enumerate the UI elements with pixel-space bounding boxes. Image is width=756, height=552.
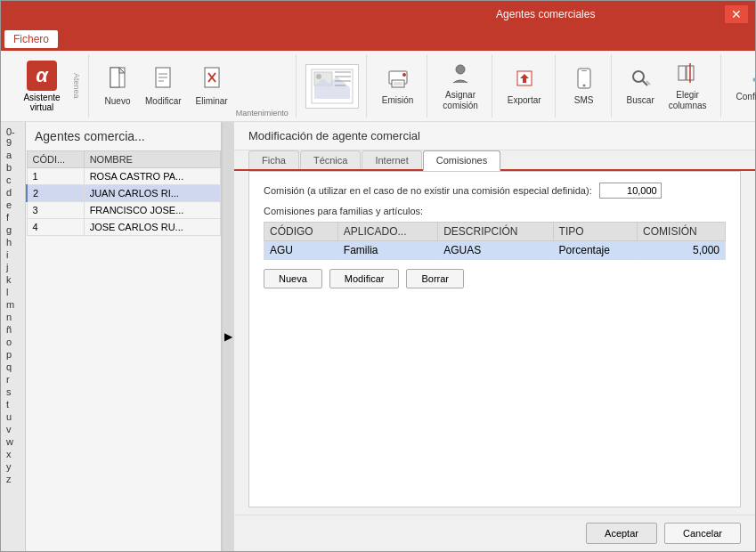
- sidebar-item-b[interactable]: b: [1, 161, 25, 174]
- sidebar-item-t[interactable]: t: [1, 398, 25, 410]
- tab-internet[interactable]: Internet: [362, 150, 421, 169]
- commission-row[interactable]: AGU Familia AGUAS Porcentaje 5,000: [264, 241, 726, 260]
- eliminar-label: Eliminar: [196, 96, 228, 107]
- sidebar-item-r[interactable]: r: [1, 373, 25, 386]
- window-title: Agentes comerciales: [367, 8, 726, 20]
- emision-label: Emisión: [382, 95, 414, 106]
- cancelar-button[interactable]: Cancelar: [664, 523, 741, 544]
- sidebar-item-w[interactable]: w: [1, 435, 25, 448]
- tab-comisiones[interactable]: Comisiones: [423, 150, 500, 171]
- menu-fichero[interactable]: Fichero: [4, 30, 58, 48]
- sidebar-item-p[interactable]: p: [1, 348, 25, 361]
- sidebar-item-a[interactable]: a: [1, 149, 25, 161]
- sidebar-item-m[interactable]: m: [1, 298, 25, 311]
- exportar-button[interactable]: Exportar: [501, 62, 548, 110]
- nuevo-button[interactable]: Nuevo: [98, 61, 137, 111]
- elegir-columnas-label: Elegircolumnas: [669, 90, 707, 111]
- modificar-button[interactable]: Modificar: [139, 61, 188, 111]
- sidebar-item-h[interactable]: h: [1, 236, 25, 248]
- sidebar-item-v[interactable]: v: [1, 423, 25, 435]
- tabla-label: Comisiones para familias y artículos:: [264, 206, 726, 216]
- eliminar-button[interactable]: Eliminar: [190, 61, 234, 111]
- sms-button[interactable]: SMS: [565, 62, 604, 110]
- nuevo-label: Nuevo: [105, 96, 131, 107]
- sidebar-item-g[interactable]: g: [1, 223, 25, 236]
- content-area: 0-9abcdefghijklmnñopqrstuvwxyz Agentes c…: [1, 122, 755, 551]
- list-panel-title: Agentes comercia...: [26, 122, 221, 150]
- close-button[interactable]: ✕: [725, 5, 748, 23]
- exportar-icon: [513, 67, 536, 93]
- sidebar-item-e[interactable]: e: [1, 199, 25, 211]
- sms-label: SMS: [574, 95, 594, 106]
- svg-point-12: [316, 74, 321, 79]
- configuracion-icon: ⚙️: [752, 70, 756, 90]
- emision-button[interactable]: Emisión: [376, 62, 420, 110]
- atenea-label: Atenea: [72, 73, 81, 99]
- col-comision: COMISIÓN: [638, 223, 726, 241]
- sidebar-item-0-9[interactable]: 0-9: [1, 126, 25, 149]
- agent-nombre: JOSE CARLOS RU...: [84, 219, 220, 236]
- agent-row-4[interactable]: 4 JOSE CARLOS RU...: [27, 219, 221, 236]
- sidebar-item-f[interactable]: f: [1, 211, 25, 223]
- tab-ficha[interactable]: Ficha: [248, 150, 299, 169]
- form-panel: Modificación de agente comercial FichaTé…: [234, 122, 755, 551]
- agent-row-3[interactable]: 3 FRANCISCO JOSE...: [27, 202, 221, 219]
- sidebar-item-l[interactable]: l: [1, 286, 25, 298]
- sidebar-item-u[interactable]: u: [1, 410, 25, 423]
- agent-codigo: 1: [27, 168, 84, 185]
- buscar-label: Buscar: [627, 95, 654, 106]
- configuracion-button[interactable]: ⚙️ Configuración: [730, 66, 756, 107]
- sidebar-item-o[interactable]: o: [1, 336, 25, 348]
- toolbar-group-emision: Emisión: [369, 54, 428, 118]
- agent-row-2[interactable]: 2 JUAN CARLOS RI...: [27, 185, 221, 202]
- modificar-icon: [152, 66, 174, 94]
- col-tipo: TIPO: [553, 223, 638, 241]
- sidebar-item-q[interactable]: q: [1, 361, 25, 373]
- sidebar-item-y[interactable]: y: [1, 460, 25, 473]
- toolbar-group-image: [298, 54, 367, 118]
- aceptar-button[interactable]: Aceptar: [586, 523, 657, 544]
- modificar-commission-button[interactable]: Modificar: [329, 269, 400, 288]
- nueva-button[interactable]: Nueva: [264, 269, 322, 288]
- comm-descripcion: AGUAS: [438, 241, 553, 260]
- sidebar-item-j[interactable]: j: [1, 261, 25, 273]
- sidebar-item-s[interactable]: s: [1, 386, 25, 398]
- image-placeholder[interactable]: [305, 64, 359, 109]
- agent-codigo: 3: [27, 202, 84, 219]
- sidebar-item-k[interactable]: k: [1, 273, 25, 286]
- toolbar-group-config: ⚙️ Configuración: [723, 54, 756, 118]
- asistente-icon: α: [27, 61, 57, 91]
- elegir-columnas-button[interactable]: Elegircolumnas: [663, 57, 713, 116]
- borrar-button[interactable]: Borrar: [406, 269, 464, 288]
- sidebar-item-z[interactable]: z: [1, 473, 25, 485]
- svg-point-28: [633, 71, 644, 82]
- nuevo-icon: [107, 66, 128, 94]
- comm-aplicado: Familia: [337, 241, 437, 260]
- tab-tecnica[interactable]: Técnica: [300, 150, 362, 169]
- list-panel: Agentes comercia... CÓDI... NOMBRE 1 ROS…: [26, 122, 222, 551]
- asistente-label: Asistentevirtual: [23, 93, 60, 112]
- asistente-virtual-button[interactable]: α Asistentevirtual: [15, 57, 69, 116]
- asignar-button[interactable]: Asignarcomisión: [436, 57, 484, 116]
- svg-point-21: [402, 73, 406, 77]
- agent-nombre: JUAN CARLOS RI...: [84, 185, 220, 202]
- sidebar-item-ñ[interactable]: ñ: [1, 323, 25, 336]
- svg-point-27: [582, 84, 585, 86]
- form-header: Modificación de agente comercial: [234, 122, 755, 150]
- configuracion-label: Configuración: [736, 92, 756, 102]
- comision-label: Comisión (a utilizar en el caso de no ex…: [264, 185, 592, 196]
- comision-input[interactable]: [599, 183, 662, 199]
- sidebar-item-i[interactable]: i: [1, 248, 25, 261]
- collapse-arrow[interactable]: ▶: [222, 122, 234, 551]
- comm-comision: 5,000: [638, 241, 726, 260]
- comision-field-row: Comisión (a utilizar en el caso de no ex…: [264, 183, 726, 199]
- asignar-icon: [449, 61, 472, 88]
- sidebar-item-c[interactable]: c: [1, 174, 25, 186]
- sidebar-item-x[interactable]: x: [1, 448, 25, 460]
- sidebar-item-d[interactable]: d: [1, 186, 25, 199]
- modificar-label: Modificar: [145, 96, 182, 107]
- sms-icon: [574, 67, 594, 93]
- agent-row-1[interactable]: 1 ROSA CASTRO PA...: [27, 168, 221, 185]
- sidebar-item-n[interactable]: n: [1, 311, 25, 323]
- buscar-button[interactable]: Buscar: [621, 62, 661, 110]
